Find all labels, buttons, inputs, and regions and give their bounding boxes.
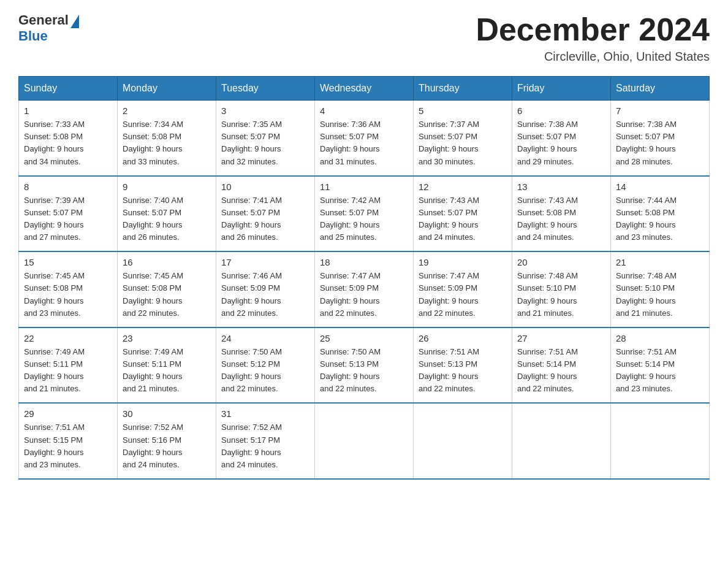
day-info: Sunrise: 7:47 AMSunset: 5:09 PMDaylight:… xyxy=(419,270,507,320)
day-info: Sunrise: 7:50 AMSunset: 5:12 PMDaylight:… xyxy=(221,346,309,396)
title-area: December 2024 Circleville, Ohio, United … xyxy=(476,12,710,64)
day-info: Sunrise: 7:52 AMSunset: 5:17 PMDaylight:… xyxy=(221,421,309,471)
week-row-5: 29Sunrise: 7:51 AMSunset: 5:15 PMDayligh… xyxy=(19,403,710,479)
day-number: 25 xyxy=(320,333,408,343)
calendar-cell: 9Sunrise: 7:40 AMSunset: 5:07 PMDaylight… xyxy=(118,176,216,252)
day-info: Sunrise: 7:39 AMSunset: 5:07 PMDaylight:… xyxy=(24,194,112,244)
day-info: Sunrise: 7:48 AMSunset: 5:10 PMDaylight:… xyxy=(517,270,605,320)
day-info: Sunrise: 7:49 AMSunset: 5:11 PMDaylight:… xyxy=(123,346,211,396)
calendar-cell: 18Sunrise: 7:47 AMSunset: 5:09 PMDayligh… xyxy=(315,251,414,327)
header-sunday: Sunday xyxy=(19,77,118,101)
day-info: Sunrise: 7:43 AMSunset: 5:07 PMDaylight:… xyxy=(419,194,507,244)
calendar-cell: 1Sunrise: 7:33 AMSunset: 5:08 PMDaylight… xyxy=(19,101,118,176)
day-number: 17 xyxy=(221,257,309,267)
day-number: 7 xyxy=(616,105,704,116)
day-info: Sunrise: 7:36 AMSunset: 5:07 PMDaylight:… xyxy=(320,118,408,168)
day-number: 31 xyxy=(221,408,309,419)
logo: General Blue xyxy=(18,12,81,44)
day-info: Sunrise: 7:44 AMSunset: 5:08 PMDaylight:… xyxy=(616,194,704,244)
day-number: 1 xyxy=(24,105,112,116)
day-info: Sunrise: 7:48 AMSunset: 5:10 PMDaylight:… xyxy=(616,270,704,320)
week-row-1: 1Sunrise: 7:33 AMSunset: 5:08 PMDaylight… xyxy=(19,101,710,176)
calendar-cell: 16Sunrise: 7:45 AMSunset: 5:08 PMDayligh… xyxy=(118,251,216,327)
calendar-table: SundayMondayTuesdayWednesdayThursdayFrid… xyxy=(18,76,710,480)
day-info: Sunrise: 7:45 AMSunset: 5:08 PMDaylight:… xyxy=(24,270,112,320)
calendar-cell: 10Sunrise: 7:41 AMSunset: 5:07 PMDayligh… xyxy=(216,176,315,252)
header-tuesday: Tuesday xyxy=(216,77,315,101)
day-info: Sunrise: 7:50 AMSunset: 5:13 PMDaylight:… xyxy=(320,346,408,396)
day-number: 10 xyxy=(221,182,309,192)
calendar-cell: 15Sunrise: 7:45 AMSunset: 5:08 PMDayligh… xyxy=(19,251,118,327)
logo-triangle-icon xyxy=(70,15,79,28)
day-number: 23 xyxy=(123,333,211,343)
week-row-2: 8Sunrise: 7:39 AMSunset: 5:07 PMDaylight… xyxy=(19,176,710,252)
header-saturday: Saturday xyxy=(611,77,710,101)
calendar-cell: 22Sunrise: 7:49 AMSunset: 5:11 PMDayligh… xyxy=(19,327,118,404)
calendar-cell: 17Sunrise: 7:46 AMSunset: 5:09 PMDayligh… xyxy=(216,251,315,327)
calendar-cell xyxy=(414,403,512,479)
calendar-cell: 28Sunrise: 7:51 AMSunset: 5:14 PMDayligh… xyxy=(611,327,710,404)
calendar-cell: 31Sunrise: 7:52 AMSunset: 5:17 PMDayligh… xyxy=(216,403,315,479)
month-title: December 2024 xyxy=(476,12,710,47)
header-monday: Monday xyxy=(118,77,216,101)
calendar-cell: 26Sunrise: 7:51 AMSunset: 5:13 PMDayligh… xyxy=(414,327,512,404)
calendar-cell: 12Sunrise: 7:43 AMSunset: 5:07 PMDayligh… xyxy=(414,176,512,252)
calendar-cell xyxy=(512,403,611,479)
day-info: Sunrise: 7:35 AMSunset: 5:07 PMDaylight:… xyxy=(221,118,309,168)
day-number: 5 xyxy=(419,105,507,116)
day-info: Sunrise: 7:51 AMSunset: 5:14 PMDaylight:… xyxy=(616,346,704,396)
calendar-cell: 2Sunrise: 7:34 AMSunset: 5:08 PMDaylight… xyxy=(118,101,216,176)
day-number: 2 xyxy=(123,105,211,116)
calendar-cell: 14Sunrise: 7:44 AMSunset: 5:08 PMDayligh… xyxy=(611,176,710,252)
calendar-cell: 5Sunrise: 7:37 AMSunset: 5:07 PMDaylight… xyxy=(414,101,512,176)
day-info: Sunrise: 7:51 AMSunset: 5:14 PMDaylight:… xyxy=(517,346,605,396)
page-header: General Blue December 2024 Circleville, … xyxy=(18,12,710,64)
day-info: Sunrise: 7:40 AMSunset: 5:07 PMDaylight:… xyxy=(123,194,211,244)
calendar-cell: 25Sunrise: 7:50 AMSunset: 5:13 PMDayligh… xyxy=(315,327,414,404)
day-number: 28 xyxy=(616,333,704,343)
location-subtitle: Circleville, Ohio, United States xyxy=(476,50,710,64)
day-info: Sunrise: 7:33 AMSunset: 5:08 PMDaylight:… xyxy=(24,118,112,168)
day-number: 11 xyxy=(320,182,408,192)
calendar-cell: 13Sunrise: 7:43 AMSunset: 5:08 PMDayligh… xyxy=(512,176,611,252)
calendar-cell: 24Sunrise: 7:50 AMSunset: 5:12 PMDayligh… xyxy=(216,327,315,404)
day-number: 3 xyxy=(221,105,309,116)
day-number: 22 xyxy=(24,333,112,343)
day-info: Sunrise: 7:45 AMSunset: 5:08 PMDaylight:… xyxy=(123,270,211,320)
day-number: 16 xyxy=(123,257,211,267)
day-number: 30 xyxy=(123,408,211,419)
day-info: Sunrise: 7:49 AMSunset: 5:11 PMDaylight:… xyxy=(24,346,112,396)
day-number: 8 xyxy=(24,182,112,192)
day-info: Sunrise: 7:34 AMSunset: 5:08 PMDaylight:… xyxy=(123,118,211,168)
day-info: Sunrise: 7:38 AMSunset: 5:07 PMDaylight:… xyxy=(517,118,605,168)
day-info: Sunrise: 7:47 AMSunset: 5:09 PMDaylight:… xyxy=(320,270,408,320)
day-info: Sunrise: 7:51 AMSunset: 5:13 PMDaylight:… xyxy=(419,346,507,396)
calendar-cell: 20Sunrise: 7:48 AMSunset: 5:10 PMDayligh… xyxy=(512,251,611,327)
calendar-cell xyxy=(611,403,710,479)
header-friday: Friday xyxy=(512,77,611,101)
day-number: 27 xyxy=(517,333,605,343)
header-thursday: Thursday xyxy=(414,77,512,101)
week-row-4: 22Sunrise: 7:49 AMSunset: 5:11 PMDayligh… xyxy=(19,327,710,404)
day-number: 6 xyxy=(517,105,605,116)
day-number: 21 xyxy=(616,257,704,267)
calendar-header-row: SundayMondayTuesdayWednesdayThursdayFrid… xyxy=(19,77,710,101)
calendar-cell: 19Sunrise: 7:47 AMSunset: 5:09 PMDayligh… xyxy=(414,251,512,327)
day-number: 15 xyxy=(24,257,112,267)
day-number: 29 xyxy=(24,408,112,419)
day-number: 14 xyxy=(616,182,704,192)
day-number: 4 xyxy=(320,105,408,116)
day-number: 26 xyxy=(419,333,507,343)
calendar-cell: 7Sunrise: 7:38 AMSunset: 5:07 PMDaylight… xyxy=(611,101,710,176)
header-wednesday: Wednesday xyxy=(315,77,414,101)
day-info: Sunrise: 7:37 AMSunset: 5:07 PMDaylight:… xyxy=(419,118,507,168)
calendar-cell: 3Sunrise: 7:35 AMSunset: 5:07 PMDaylight… xyxy=(216,101,315,176)
day-info: Sunrise: 7:42 AMSunset: 5:07 PMDaylight:… xyxy=(320,194,408,244)
calendar-cell xyxy=(315,403,414,479)
day-number: 9 xyxy=(123,182,211,192)
day-info: Sunrise: 7:41 AMSunset: 5:07 PMDaylight:… xyxy=(221,194,309,244)
day-number: 20 xyxy=(517,257,605,267)
day-info: Sunrise: 7:46 AMSunset: 5:09 PMDaylight:… xyxy=(221,270,309,320)
calendar-cell: 29Sunrise: 7:51 AMSunset: 5:15 PMDayligh… xyxy=(19,403,118,479)
calendar-cell: 23Sunrise: 7:49 AMSunset: 5:11 PMDayligh… xyxy=(118,327,216,404)
